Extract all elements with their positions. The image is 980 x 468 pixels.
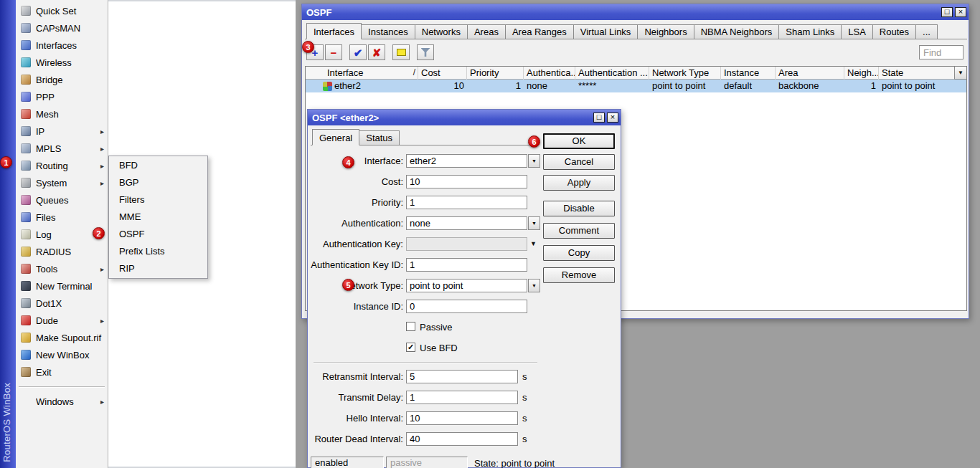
checkbox-use-bfd[interactable]: ✓ bbox=[406, 343, 415, 352]
find-input[interactable] bbox=[919, 45, 963, 59]
field-input-authentication[interactable] bbox=[406, 216, 527, 230]
remove-button[interactable]: Remove bbox=[543, 267, 615, 283]
tab-sham-links[interactable]: Sham Links bbox=[779, 24, 842, 39]
sidebar-item-capsman[interactable]: CAPsMAN bbox=[16, 19, 108, 37]
tab-routes[interactable]: Routes bbox=[873, 24, 916, 39]
tab-neighbors[interactable]: Neighbors bbox=[638, 24, 694, 39]
tab-x[interactable]: ... bbox=[916, 24, 938, 39]
table-cell-area: backbone bbox=[776, 80, 844, 92]
sidebar-item-quick-set[interactable]: Quick Set bbox=[16, 2, 108, 19]
sidebar-item-windows[interactable]: Windows▸ bbox=[16, 393, 108, 410]
combo-button-network-type[interactable]: ▼ bbox=[528, 279, 540, 292]
sidebar-item-mpls[interactable]: MPLS▸ bbox=[16, 140, 108, 157]
sidebar-item-queues[interactable]: Queues bbox=[16, 191, 108, 209]
submenu-item-rip[interactable]: RIP bbox=[109, 260, 207, 277]
column-header-network-type[interactable]: Network Type bbox=[649, 67, 721, 80]
sidebar-item-dude[interactable]: Dude▸ bbox=[16, 312, 108, 329]
toolbar-add-button[interactable]: + bbox=[306, 44, 324, 60]
dialog-tab-general[interactable]: General bbox=[312, 129, 359, 145]
sidebar-item-ip[interactable]: IP▸ bbox=[16, 123, 108, 140]
toolbar-filter-button[interactable] bbox=[417, 44, 434, 60]
column-header-label: State bbox=[882, 67, 956, 79]
sidebar-item-files[interactable]: Files bbox=[16, 209, 108, 226]
column-header-state[interactable]: State bbox=[879, 67, 959, 80]
field-input-interface[interactable] bbox=[406, 154, 527, 168]
field-input-hello-interval[interactable] bbox=[406, 411, 518, 425]
sidebar-item-make-supout-rif[interactable]: Make Supout.rif bbox=[16, 329, 108, 346]
submenu-item-bfd[interactable]: BFD bbox=[109, 157, 207, 174]
submenu-item-ospf[interactable]: OSPF bbox=[109, 226, 207, 243]
sidebar-item-ppp[interactable]: PPP bbox=[16, 88, 108, 105]
maximize-icon[interactable]: □ bbox=[941, 7, 953, 17]
dialog-titlebar[interactable]: OSPF <ether2> □ × bbox=[308, 110, 621, 125]
comment-button[interactable]: Comment bbox=[543, 223, 615, 239]
column-header-authentication[interactable]: Authentication ... bbox=[575, 67, 649, 80]
submenu-item-mme[interactable]: MME bbox=[109, 209, 207, 226]
sidebar-item-dot1x[interactable]: Dot1X bbox=[16, 295, 108, 312]
tab-networks[interactable]: Networks bbox=[415, 24, 468, 39]
column-header-authentica[interactable]: Authentica... bbox=[524, 67, 575, 80]
close-icon[interactable]: × bbox=[607, 113, 618, 123]
sidebar-item-routing[interactable]: Routing▸ bbox=[16, 157, 108, 174]
column-header-interface[interactable]: Interface/ bbox=[306, 67, 418, 80]
field-input-network-type[interactable] bbox=[406, 279, 527, 292]
column-header-area[interactable]: Area bbox=[776, 67, 844, 80]
tab-areas[interactable]: Areas bbox=[468, 24, 506, 39]
combo-button-interface[interactable]: ▼ bbox=[528, 154, 540, 168]
sidebar-item-wireless[interactable]: Wireless bbox=[16, 54, 108, 71]
cell-text: 1 bbox=[871, 80, 876, 92]
submenu-item-prefix-lists[interactable]: Prefix Lists bbox=[109, 243, 207, 260]
sidebar-item-mesh[interactable]: Mesh bbox=[16, 105, 108, 123]
column-menu-button[interactable]: ▼ bbox=[954, 67, 966, 80]
column-header-priority[interactable]: Priority bbox=[467, 67, 524, 80]
tab-lsa[interactable]: LSA bbox=[842, 24, 873, 39]
sidebar-item-bridge[interactable]: Bridge bbox=[16, 71, 108, 88]
ok-button[interactable]: OK bbox=[543, 133, 615, 149]
toolbar-disable-button[interactable]: ✘ bbox=[368, 44, 385, 60]
ppp-icon bbox=[21, 92, 31, 102]
sidebar-item-tools[interactable]: Tools▸ bbox=[16, 260, 108, 277]
combo-button-authentication[interactable]: ▼ bbox=[528, 216, 540, 230]
disable-button[interactable]: Disable bbox=[543, 201, 615, 216]
sidebar-item-new-terminal[interactable]: New Terminal bbox=[16, 277, 108, 295]
copy-button[interactable]: Copy bbox=[543, 245, 615, 261]
maximize-icon[interactable]: □ bbox=[593, 113, 605, 123]
tab-instances[interactable]: Instances bbox=[362, 24, 415, 39]
sidebar-item-system[interactable]: System▸ bbox=[16, 174, 108, 191]
sidebar-item-interfaces[interactable]: Interfaces bbox=[16, 37, 108, 54]
toolbar-remove-button[interactable]: − bbox=[325, 44, 342, 60]
sidebar-item-exit[interactable]: Exit bbox=[16, 363, 108, 381]
sidebar-item-radius[interactable]: RADIUS bbox=[16, 243, 108, 260]
field-input-retransmit-interval[interactable] bbox=[406, 370, 518, 383]
field-input-router-dead-interval[interactable] bbox=[406, 432, 518, 446]
field-input-instance-id[interactable] bbox=[406, 300, 527, 313]
routing-submenu: BFDBGPFiltersMMEOSPFPrefix ListsRIP bbox=[108, 156, 208, 279]
tab-area-ranges[interactable]: Area Ranges bbox=[506, 24, 574, 39]
toolbar-comment-button[interactable] bbox=[392, 44, 410, 60]
field-input-authentication-key[interactable] bbox=[406, 237, 527, 251]
tab-interfaces[interactable]: Interfaces bbox=[306, 23, 362, 39]
ospf-window-titlebar[interactable]: OSPF □ × bbox=[302, 4, 969, 20]
sidebar-item-log[interactable]: Log bbox=[16, 226, 108, 243]
field-input-transmit-delay[interactable] bbox=[406, 391, 518, 404]
field-input-cost[interactable] bbox=[406, 175, 527, 188]
apply-button[interactable]: Apply bbox=[543, 175, 615, 191]
sidebar-item-label: New Terminal bbox=[36, 281, 104, 292]
column-header-cost[interactable]: Cost bbox=[418, 67, 467, 80]
dialog-tab-status[interactable]: Status bbox=[359, 130, 400, 145]
cancel-button[interactable]: Cancel bbox=[543, 154, 615, 170]
close-icon[interactable]: × bbox=[955, 7, 966, 17]
column-header-neigh[interactable]: Neigh... bbox=[844, 67, 879, 80]
field-input-authentication-key-id[interactable] bbox=[406, 258, 527, 272]
table-row[interactable]: ether2101none*****point to pointdefaultb… bbox=[306, 80, 966, 92]
submenu-item-bgp[interactable]: BGP bbox=[109, 174, 207, 191]
tab-nbma-neighbors[interactable]: NBMA Neighbors bbox=[694, 24, 780, 39]
expand-arrow-icon[interactable]: ▼ bbox=[530, 240, 537, 247]
column-header-instance[interactable]: Instance bbox=[721, 67, 776, 80]
checkbox-passive[interactable] bbox=[406, 322, 415, 331]
submenu-item-filters[interactable]: Filters bbox=[109, 191, 207, 209]
field-input-priority[interactable] bbox=[406, 196, 527, 209]
tab-virtual-links[interactable]: Virtual Links bbox=[574, 24, 639, 39]
toolbar-enable-button[interactable]: ✔ bbox=[349, 44, 367, 60]
sidebar-item-new-winbox[interactable]: New WinBox bbox=[16, 346, 108, 363]
